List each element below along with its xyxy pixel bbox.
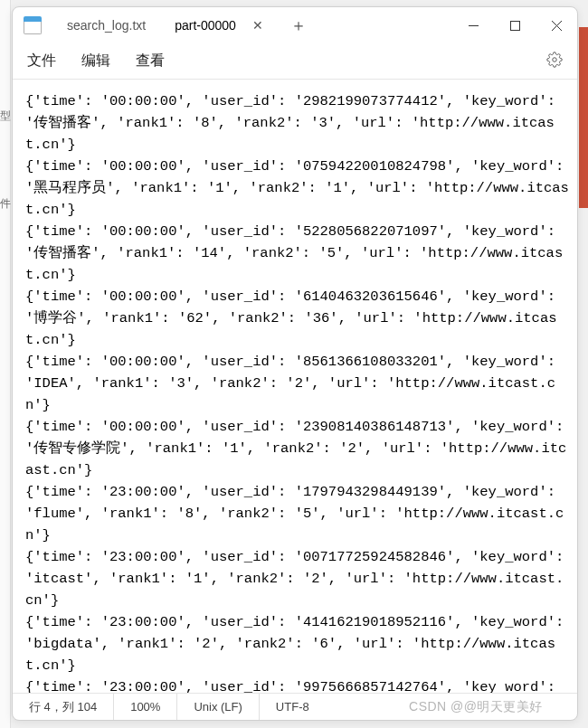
status-zoom[interactable]: 100%	[114, 694, 177, 720]
tab-strip: search_log.txt part-00000 ✕ ＋	[52, 7, 452, 43]
window-controls	[452, 7, 577, 43]
tab-part-00000[interactable]: part-00000 ✕	[160, 7, 278, 43]
text-editor-content[interactable]: {'time': '00:00:00', 'user_id': '2982199…	[13, 80, 577, 693]
svg-point-4	[553, 57, 557, 61]
statusbar: 行 4，列 104 100% Unix (LF) UTF-8	[13, 693, 577, 720]
tab-label: search_log.txt	[67, 18, 146, 33]
status-cursor-position[interactable]: 行 4，列 104	[13, 694, 114, 720]
background-window-edge-left: 型 件	[0, 0, 11, 728]
status-encoding[interactable]: UTF-8	[260, 694, 577, 720]
menu-view[interactable]: 查看	[136, 52, 165, 71]
notepad-window: search_log.txt part-00000 ✕ ＋ 文件 编辑 查看	[12, 6, 578, 721]
close-window-button[interactable]	[536, 7, 577, 43]
new-tab-button[interactable]: ＋	[278, 14, 319, 36]
menu-edit[interactable]: 编辑	[81, 52, 110, 71]
tab-label: part-00000	[175, 18, 236, 33]
maximize-button[interactable]	[494, 7, 536, 43]
minimize-button[interactable]	[452, 7, 494, 43]
background-window-edge-right	[579, 27, 588, 208]
menubar: 文件 编辑 查看	[13, 43, 577, 80]
close-tab-icon[interactable]: ✕	[252, 18, 263, 33]
tab-search-log[interactable]: search_log.txt	[52, 7, 160, 43]
menu-file[interactable]: 文件	[27, 52, 56, 71]
status-line-ending[interactable]: Unix (LF)	[177, 694, 259, 720]
titlebar: search_log.txt part-00000 ✕ ＋	[13, 7, 577, 43]
svg-rect-1	[510, 21, 519, 30]
notepad-app-icon	[24, 16, 42, 34]
settings-button[interactable]	[546, 52, 563, 71]
